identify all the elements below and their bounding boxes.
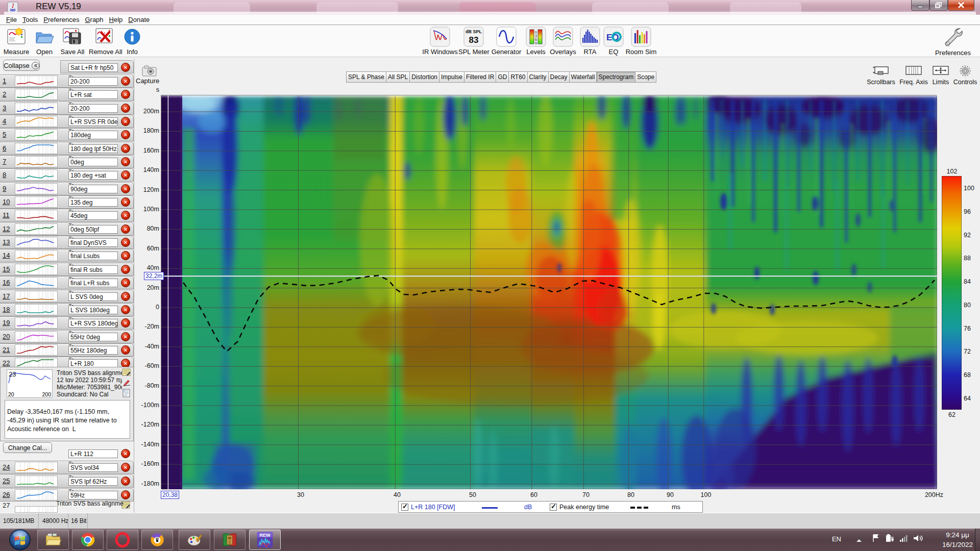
- svg-text:REW: REW: [260, 533, 271, 538]
